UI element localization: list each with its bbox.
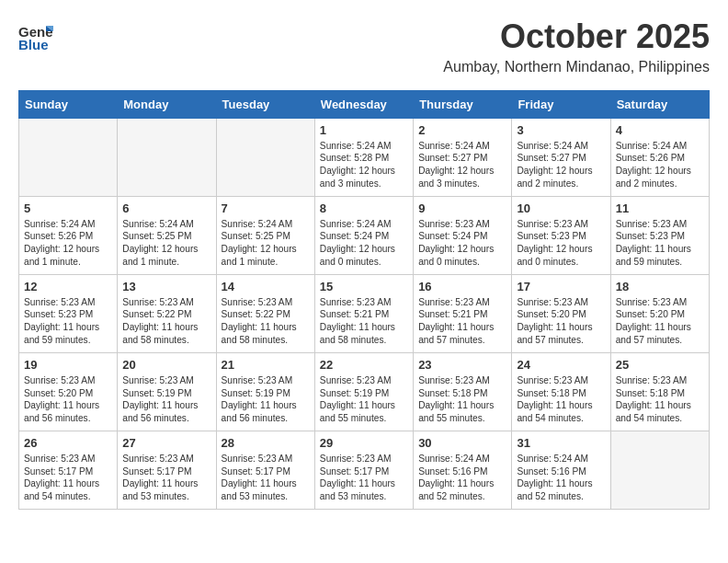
day-number: 21 <box>222 358 310 372</box>
logo-icon: General Blue <box>18 18 53 53</box>
day-info: Sunrise: 5:23 AM Sunset: 5:23 PM Dayligh… <box>616 218 704 269</box>
day-info: Sunrise: 5:23 AM Sunset: 5:21 PM Dayligh… <box>320 296 408 347</box>
calendar-cell: 19Sunrise: 5:23 AM Sunset: 5:20 PM Dayli… <box>19 352 118 431</box>
weekday-header: Sunday <box>19 90 118 118</box>
day-info: Sunrise: 5:24 AM Sunset: 5:25 PM Dayligh… <box>222 218 310 269</box>
day-number: 19 <box>24 358 112 372</box>
calendar-week-row: 26Sunrise: 5:23 AM Sunset: 5:17 PM Dayli… <box>19 431 710 509</box>
day-info: Sunrise: 5:24 AM Sunset: 5:26 PM Dayligh… <box>24 218 112 269</box>
calendar-cell: 13Sunrise: 5:23 AM Sunset: 5:22 PM Dayli… <box>118 274 216 352</box>
calendar-cell: 16Sunrise: 5:23 AM Sunset: 5:21 PM Dayli… <box>414 274 512 352</box>
calendar-cell: 15Sunrise: 5:23 AM Sunset: 5:21 PM Dayli… <box>314 274 413 352</box>
day-number: 17 <box>517 280 605 293</box>
day-info: Sunrise: 5:24 AM Sunset: 5:16 PM Dayligh… <box>418 453 506 503</box>
day-number: 18 <box>616 280 704 293</box>
day-number: 11 <box>616 201 704 215</box>
day-number: 25 <box>616 358 704 372</box>
weekday-header: Friday <box>512 90 610 118</box>
day-info: Sunrise: 5:24 AM Sunset: 5:26 PM Dayligh… <box>616 140 704 190</box>
day-number: 16 <box>418 280 506 293</box>
calendar-week-row: 19Sunrise: 5:23 AM Sunset: 5:20 PM Dayli… <box>19 352 710 431</box>
day-number: 6 <box>122 201 210 215</box>
location-subtitle: Aumbay, Northern Mindanao, Philippines <box>443 59 710 75</box>
day-info: Sunrise: 5:23 AM Sunset: 5:19 PM Dayligh… <box>222 374 310 425</box>
day-info: Sunrise: 5:23 AM Sunset: 5:18 PM Dayligh… <box>418 374 506 425</box>
day-info: Sunrise: 5:23 AM Sunset: 5:17 PM Dayligh… <box>24 453 112 503</box>
day-info: Sunrise: 5:23 AM Sunset: 5:20 PM Dayligh… <box>517 296 605 347</box>
calendar-cell: 3Sunrise: 5:24 AM Sunset: 5:27 PM Daylig… <box>512 118 610 196</box>
day-number: 12 <box>24 280 112 293</box>
calendar-cell: 10Sunrise: 5:23 AM Sunset: 5:23 PM Dayli… <box>512 196 610 274</box>
weekday-header: Saturday <box>610 90 709 118</box>
calendar-week-row: 12Sunrise: 5:23 AM Sunset: 5:23 PM Dayli… <box>19 274 710 352</box>
day-number: 28 <box>222 436 310 450</box>
calendar-cell: 7Sunrise: 5:24 AM Sunset: 5:25 PM Daylig… <box>216 196 314 274</box>
day-info: Sunrise: 5:23 AM Sunset: 5:17 PM Dayligh… <box>222 453 310 503</box>
calendar-cell: 28Sunrise: 5:23 AM Sunset: 5:17 PM Dayli… <box>216 431 314 509</box>
day-number: 31 <box>517 436 605 450</box>
day-info: Sunrise: 5:23 AM Sunset: 5:20 PM Dayligh… <box>616 296 704 347</box>
calendar-cell: 21Sunrise: 5:23 AM Sunset: 5:19 PM Dayli… <box>216 352 314 431</box>
calendar-cell: 1Sunrise: 5:24 AM Sunset: 5:28 PM Daylig… <box>314 118 413 196</box>
day-number: 9 <box>418 201 506 215</box>
day-info: Sunrise: 5:23 AM Sunset: 5:22 PM Dayligh… <box>122 296 210 347</box>
calendar-table: SundayMondayTuesdayWednesdayThursdayFrid… <box>18 90 710 510</box>
calendar-cell: 14Sunrise: 5:23 AM Sunset: 5:22 PM Dayli… <box>216 274 314 352</box>
calendar-week-row: 5Sunrise: 5:24 AM Sunset: 5:26 PM Daylig… <box>19 196 710 274</box>
day-info: Sunrise: 5:24 AM Sunset: 5:24 PM Dayligh… <box>320 218 408 269</box>
svg-text:Blue: Blue <box>18 37 49 52</box>
calendar-cell: 8Sunrise: 5:24 AM Sunset: 5:24 PM Daylig… <box>314 196 413 274</box>
month-title: October 2025 <box>443 18 710 55</box>
weekday-header-row: SundayMondayTuesdayWednesdayThursdayFrid… <box>19 90 710 118</box>
day-number: 30 <box>418 436 506 450</box>
day-info: Sunrise: 5:23 AM Sunset: 5:20 PM Dayligh… <box>24 374 112 425</box>
day-number: 24 <box>517 358 605 372</box>
day-info: Sunrise: 5:23 AM Sunset: 5:17 PM Dayligh… <box>122 453 210 503</box>
day-info: Sunrise: 5:23 AM Sunset: 5:18 PM Dayligh… <box>517 374 605 425</box>
calendar-cell: 24Sunrise: 5:23 AM Sunset: 5:18 PM Dayli… <box>512 352 610 431</box>
calendar-cell: 22Sunrise: 5:23 AM Sunset: 5:19 PM Dayli… <box>314 352 413 431</box>
calendar-cell <box>216 118 314 196</box>
weekday-header: Thursday <box>414 90 512 118</box>
day-number: 13 <box>122 280 210 293</box>
day-number: 15 <box>320 280 408 293</box>
calendar-cell: 12Sunrise: 5:23 AM Sunset: 5:23 PM Dayli… <box>19 274 118 352</box>
calendar-cell: 27Sunrise: 5:23 AM Sunset: 5:17 PM Dayli… <box>118 431 216 509</box>
calendar-week-row: 1Sunrise: 5:24 AM Sunset: 5:28 PM Daylig… <box>19 118 710 196</box>
calendar-cell: 2Sunrise: 5:24 AM Sunset: 5:27 PM Daylig… <box>414 118 512 196</box>
day-info: Sunrise: 5:23 AM Sunset: 5:23 PM Dayligh… <box>24 296 112 347</box>
page-header: General Blue October 2025 Aumbay, Northe… <box>18 18 710 75</box>
logo: General Blue <box>18 18 55 53</box>
day-info: Sunrise: 5:23 AM Sunset: 5:18 PM Dayligh… <box>616 374 704 425</box>
calendar-cell: 31Sunrise: 5:24 AM Sunset: 5:16 PM Dayli… <box>512 431 610 509</box>
day-info: Sunrise: 5:23 AM Sunset: 5:19 PM Dayligh… <box>122 374 210 425</box>
calendar-cell: 25Sunrise: 5:23 AM Sunset: 5:18 PM Dayli… <box>610 352 709 431</box>
day-number: 7 <box>222 201 310 215</box>
day-number: 14 <box>222 280 310 293</box>
day-number: 29 <box>320 436 408 450</box>
calendar-cell: 6Sunrise: 5:24 AM Sunset: 5:25 PM Daylig… <box>118 196 216 274</box>
calendar-cell: 5Sunrise: 5:24 AM Sunset: 5:26 PM Daylig… <box>19 196 118 274</box>
day-number: 4 <box>616 123 704 137</box>
day-info: Sunrise: 5:24 AM Sunset: 5:28 PM Dayligh… <box>320 140 408 190</box>
day-info: Sunrise: 5:24 AM Sunset: 5:25 PM Dayligh… <box>122 218 210 269</box>
calendar-cell: 9Sunrise: 5:23 AM Sunset: 5:24 PM Daylig… <box>414 196 512 274</box>
weekday-header: Monday <box>118 90 216 118</box>
day-number: 27 <box>122 436 210 450</box>
calendar-cell: 30Sunrise: 5:24 AM Sunset: 5:16 PM Dayli… <box>414 431 512 509</box>
day-number: 1 <box>320 123 408 137</box>
day-info: Sunrise: 5:24 AM Sunset: 5:27 PM Dayligh… <box>517 140 605 190</box>
calendar-cell: 4Sunrise: 5:24 AM Sunset: 5:26 PM Daylig… <box>610 118 709 196</box>
day-info: Sunrise: 5:23 AM Sunset: 5:23 PM Dayligh… <box>517 218 605 269</box>
day-number: 3 <box>517 123 605 137</box>
day-number: 8 <box>320 201 408 215</box>
day-info: Sunrise: 5:24 AM Sunset: 5:27 PM Dayligh… <box>418 140 506 190</box>
day-number: 2 <box>418 123 506 137</box>
calendar-cell: 23Sunrise: 5:23 AM Sunset: 5:18 PM Dayli… <box>414 352 512 431</box>
day-number: 5 <box>24 201 112 215</box>
calendar-cell <box>610 431 709 509</box>
weekday-header: Wednesday <box>314 90 413 118</box>
calendar-cell: 29Sunrise: 5:23 AM Sunset: 5:17 PM Dayli… <box>314 431 413 509</box>
day-number: 20 <box>122 358 210 372</box>
day-info: Sunrise: 5:24 AM Sunset: 5:16 PM Dayligh… <box>517 453 605 503</box>
